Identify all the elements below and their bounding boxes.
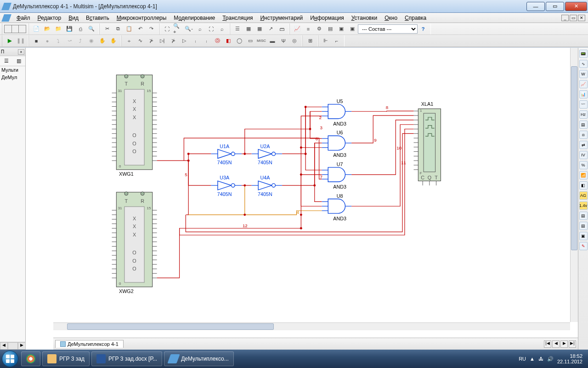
agilent-fg-icon[interactable]: AG: [579, 191, 588, 200]
list-item[interactable]: ДеМул: [0, 74, 25, 81]
logic-analyzer-icon[interactable]: ⧈: [579, 131, 588, 139]
comp-signal-button[interactable]: ∿: [135, 36, 145, 46]
comp-misc-button[interactable]: MISC: [256, 36, 266, 46]
menu-settings[interactable]: Установки: [348, 15, 381, 21]
u2a[interactable]: U2A 7405N: [251, 144, 282, 165]
labview-icon[interactable]: ▣: [579, 232, 588, 240]
tray-flag-icon[interactable]: ▲: [530, 356, 535, 362]
bode-plotter-icon[interactable]: 〰: [579, 100, 588, 109]
menu-info[interactable]: Информация: [306, 15, 347, 21]
u3a[interactable]: U3A 7405N: [211, 175, 242, 196]
u5[interactable]: U5 AND3: [322, 98, 351, 126]
lang-indicator[interactable]: RU: [519, 356, 526, 362]
view-tabs[interactable]: [4, 25, 26, 33]
menu-editor[interactable]: Редактор: [34, 15, 65, 21]
toggle-spreadsheet-button[interactable]: ▦: [243, 24, 254, 34]
ultiboard-button[interactable]: ▣: [347, 24, 357, 34]
copy-button[interactable]: ⧉: [113, 24, 123, 34]
comp-rf-button[interactable]: Ψ: [278, 36, 288, 46]
place-junction-button[interactable]: ⌐: [332, 36, 342, 46]
graph-button[interactable]: 📈: [292, 24, 302, 34]
step-into-button[interactable]: ⤵: [53, 36, 63, 46]
wattmeter-icon[interactable]: W: [579, 70, 588, 78]
step-out-button[interactable]: ⤴: [75, 36, 85, 46]
pane-close[interactable]: ×: [18, 49, 24, 55]
stop-button[interactable]: ■: [31, 36, 41, 46]
mdi-max[interactable]: ▭: [570, 15, 577, 21]
zoom-area-button[interactable]: ⌕: [195, 24, 205, 34]
xla1[interactable]: 1 F C Q T XLA1: [414, 101, 441, 186]
undo-button[interactable]: ↶: [135, 24, 145, 34]
probe-icon[interactable]: ✎: [579, 242, 588, 250]
distortion-icon[interactable]: %: [579, 161, 588, 169]
task-folder[interactable]: РГР 3 зад: [42, 351, 90, 366]
comp-analog-button[interactable]: ▷: [179, 36, 189, 46]
zoom-in-button[interactable]: 🔍+: [173, 24, 183, 34]
zoom-100-button[interactable]: ⌕: [217, 24, 227, 34]
comp-indicator-button[interactable]: ◯: [234, 36, 244, 46]
bp-clear-button[interactable]: ✋: [97, 36, 107, 46]
active-tab[interactable]: ДеМультиплексор 4-1: [55, 340, 124, 348]
network-icon[interactable]: ◧: [579, 181, 588, 190]
hierarchy-icon[interactable]: ☰: [4, 58, 9, 64]
tray-volume-icon[interactable]: 🔊: [547, 356, 554, 362]
postprocess-button[interactable]: ⚙: [314, 24, 324, 34]
comp-misc-digital-button[interactable]: Ⓓ: [212, 36, 222, 46]
pause-button[interactable]: ❚❚: [16, 36, 26, 46]
mdi-close[interactable]: ✕: [578, 15, 585, 21]
tab-last[interactable]: ▶|: [569, 340, 576, 348]
comp-advanced-button[interactable]: ▬: [267, 36, 277, 46]
spectrum-icon[interactable]: 📶: [579, 171, 588, 179]
comp-source-button[interactable]: ÷: [124, 36, 134, 46]
u6[interactable]: U6 AND3: [322, 130, 351, 158]
open-button[interactable]: 📂: [42, 24, 52, 34]
comp-cmos-button[interactable]: ꤯: [201, 36, 211, 46]
mdi-min[interactable]: _: [561, 15, 569, 21]
close-button[interactable]: ✕: [565, 2, 587, 11]
xwg2[interactable]: T R 31 15 0 XXX OOO XWG2: [112, 192, 157, 294]
logic-converter-icon[interactable]: ⇄: [579, 141, 588, 149]
task-word[interactable]: РГР 3 зад.docx [Р...: [91, 351, 162, 366]
help-icon[interactable]: ?: [418, 24, 428, 34]
comp-electromech-button[interactable]: ◎: [289, 36, 300, 46]
tray-network-icon[interactable]: 🖧: [538, 356, 543, 362]
zoom-fit-button[interactable]: ⛶: [206, 24, 216, 34]
comp-nist-button[interactable]: ⊞: [305, 36, 315, 46]
tab-next[interactable]: ▶: [560, 340, 568, 348]
new-button[interactable]: 📄: [31, 24, 41, 34]
redo-button[interactable]: ↷: [146, 24, 156, 34]
menu-insert[interactable]: Вставить: [82, 15, 113, 21]
function-gen-icon[interactable]: ∿: [579, 60, 588, 68]
tab-prev[interactable]: ◀: [552, 340, 560, 348]
agilent-mm-icon[interactable]: 1.4v: [579, 201, 588, 210]
zoom-fullscreen-button[interactable]: ⛶: [162, 24, 172, 34]
print-button[interactable]: ⎙: [75, 24, 85, 34]
canvas-area[interactable]: T R 31 15 0 XXX OOO XWG1 T R: [26, 48, 578, 350]
4ch-scope-icon[interactable]: 📊: [579, 90, 588, 98]
elvis-button[interactable]: ▣: [336, 24, 346, 34]
menu-window[interactable]: Окно: [381, 15, 401, 21]
bp-toggle-button[interactable]: ◉: [86, 36, 96, 46]
tab-first[interactable]: |◀: [544, 340, 551, 348]
menu-file[interactable]: Файл: [13, 15, 34, 21]
multimeter-icon[interactable]: 📟: [579, 50, 588, 58]
menu-help[interactable]: Справка: [401, 15, 430, 21]
list-item[interactable]: Мульти: [0, 66, 25, 74]
comp-ttl-button[interactable]: ꤯: [190, 36, 200, 46]
vertical-scrollbar[interactable]: [570, 48, 578, 322]
maximize-button[interactable]: ▭: [546, 2, 564, 11]
place-bus-button[interactable]: ⊩: [321, 36, 331, 46]
xwg1[interactable]: T R 31 15 0 XXX OOO XWG1: [112, 75, 157, 177]
comp-transistor-button[interactable]: ⊁: [168, 36, 178, 46]
menu-simulation[interactable]: Моделирование: [170, 15, 219, 21]
comp-basic-button[interactable]: ⊁: [146, 36, 156, 46]
mini-scroll[interactable]: ◀▶: [0, 342, 26, 350]
menu-view[interactable]: Вид: [65, 15, 82, 21]
minimize-button[interactable]: —: [526, 2, 545, 11]
comp-power-button[interactable]: ▭: [245, 36, 255, 46]
word-gen-icon[interactable]: ▤: [579, 121, 588, 129]
u4a[interactable]: U4A 7405N: [251, 175, 282, 196]
toggle-grid-button[interactable]: ▦: [254, 24, 265, 34]
save-button[interactable]: 💾: [64, 24, 74, 34]
paste-button[interactable]: 📋: [124, 24, 134, 34]
